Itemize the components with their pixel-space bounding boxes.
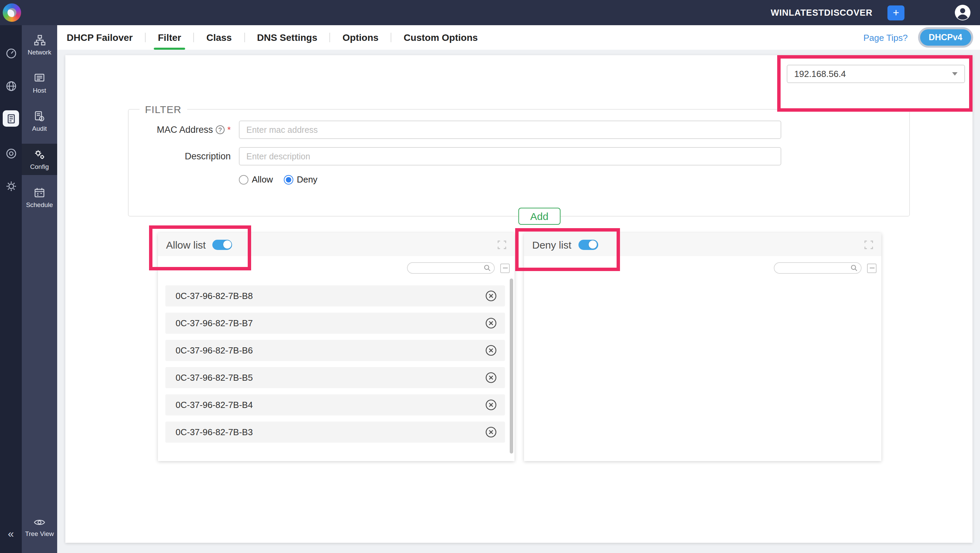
deny-list-search[interactable] xyxy=(774,262,862,274)
sidebar-item-host[interactable]: Host xyxy=(22,67,57,99)
filter-mode-radio-group: Allow Deny xyxy=(239,174,909,185)
allow-list-search-input[interactable] xyxy=(413,264,484,272)
remove-entry-icon[interactable] xyxy=(485,426,497,438)
deny-list-panel: Deny list xyxy=(524,233,881,461)
mac-address-label: MAC Address ? * xyxy=(129,124,231,135)
dashboard-gauge-icon[interactable] xyxy=(5,47,17,59)
globe-dns-icon[interactable] xyxy=(5,80,17,92)
list-item: 0C-37-96-82-7B-B7 xyxy=(165,312,505,334)
required-marker: * xyxy=(227,124,231,135)
brand-logo-icon xyxy=(3,3,21,22)
list-item: 0C-37-96-82-7B-B6 xyxy=(165,340,505,361)
sidebar-item-network[interactable]: Network xyxy=(22,29,57,61)
collapse-sidebar-icon[interactable]: « xyxy=(8,529,14,539)
search-icon xyxy=(484,264,491,272)
account-name: WINLATESTDISCOVER xyxy=(771,8,872,18)
description-label: Description xyxy=(129,151,231,161)
user-avatar[interactable] xyxy=(954,4,971,21)
server-select[interactable]: 192.168.56.4 xyxy=(787,65,965,83)
deny-list-rows xyxy=(524,274,881,285)
allow-list-panel: Allow list xyxy=(158,233,514,461)
filter-fieldset: FILTER MAC Address ? * Description xyxy=(128,104,910,217)
app-window: WINLATESTDISCOVER + xyxy=(0,0,980,553)
main-area: DHCP Failover Filter Class DNS Settings … xyxy=(57,25,980,553)
scrollbar-thumb[interactable] xyxy=(510,279,513,454)
mac-address-value: 0C-37-96-82-7B-B6 xyxy=(176,345,253,355)
deny-list-title: Deny list xyxy=(532,239,571,250)
module-strip: « xyxy=(0,25,22,553)
deny-list-search-input[interactable] xyxy=(780,264,851,272)
tabsbar-right-group: Page Tips? DHCPv4 xyxy=(863,29,980,46)
allow-radio-label: Allow xyxy=(252,174,273,185)
help-icon[interactable]: ? xyxy=(216,125,224,134)
tabs-bar: DHCP Failover Filter Class DNS Settings … xyxy=(57,25,980,50)
filter-page-card: 192.168.56.4 FILTER MAC Address ? * xyxy=(65,55,972,543)
sidebar-item-label: Audit xyxy=(32,124,47,132)
tab-custom-options[interactable]: Custom Options xyxy=(391,25,490,50)
sidebar-item-label: Schedule xyxy=(26,201,53,209)
mac-address-label-text: MAC Address xyxy=(157,124,213,135)
protocol-badge[interactable]: DHCPv4 xyxy=(920,29,971,46)
tab-dhcp-failover[interactable]: DHCP Failover xyxy=(67,25,145,50)
sidebar-item-audit[interactable]: Audit xyxy=(22,105,57,137)
search-icon xyxy=(851,264,858,272)
server-select-value: 192.168.56.4 xyxy=(794,69,846,79)
tab-class[interactable]: Class xyxy=(194,25,244,50)
tab-dns-settings[interactable]: DNS Settings xyxy=(245,25,329,50)
allow-radio[interactable] xyxy=(239,175,248,184)
add-filter-button[interactable]: Add xyxy=(518,208,560,225)
allow-list-title: Allow list xyxy=(166,239,206,250)
remove-entry-icon[interactable] xyxy=(485,399,497,411)
allow-radio-option[interactable]: Allow xyxy=(239,174,273,185)
remove-entry-icon[interactable] xyxy=(485,317,497,329)
allow-list-search[interactable] xyxy=(407,262,495,274)
deny-radio-label: Deny xyxy=(297,174,318,185)
sidebar-item-label: Host xyxy=(33,86,46,94)
list-item: 0C-37-96-82-7B-B4 xyxy=(165,394,505,416)
top-bar: WINLATESTDISCOVER + xyxy=(0,0,980,25)
dhcp-module-icon[interactable] xyxy=(3,110,19,127)
sidebar-item-label: Network xyxy=(27,48,51,56)
description-label-text: Description xyxy=(185,151,231,161)
sidebar-item-schedule[interactable]: Schedule xyxy=(22,182,57,213)
mac-address-value: 0C-37-96-82-7B-B4 xyxy=(176,400,253,410)
mac-address-value: 0C-37-96-82-7B-B7 xyxy=(176,318,253,328)
list-item: 0C-37-96-82-7B-B5 xyxy=(165,367,505,388)
chevron-down-icon xyxy=(952,72,958,76)
description-input[interactable] xyxy=(239,147,781,166)
allow-list-rows: 0C-37-96-82-7B-B8 0C-37-96-82-7B-B7 xyxy=(158,274,514,443)
collapse-rows-icon[interactable] xyxy=(867,263,877,273)
sidebar-item-config[interactable]: Config xyxy=(22,144,57,175)
deny-radio-option[interactable]: Deny xyxy=(284,174,318,185)
filter-legend: FILTER xyxy=(140,104,187,115)
tab-filter[interactable]: Filter xyxy=(146,25,193,50)
content-area: 192.168.56.4 FILTER MAC Address ? * xyxy=(57,50,980,553)
remove-entry-icon[interactable] xyxy=(485,290,497,302)
sidebar: Network Host Audit Config xyxy=(22,25,57,553)
collapse-rows-icon[interactable] xyxy=(500,263,510,273)
deny-radio[interactable] xyxy=(284,175,293,184)
add-button[interactable]: + xyxy=(888,5,904,20)
list-item: 0C-37-96-82-7B-B8 xyxy=(165,285,505,306)
remove-entry-icon[interactable] xyxy=(485,344,497,356)
topbar-right-group: WINLATESTDISCOVER + xyxy=(771,4,971,21)
remove-entry-icon[interactable] xyxy=(485,372,497,383)
expand-icon[interactable] xyxy=(498,240,506,249)
mac-address-value: 0C-37-96-82-7B-B5 xyxy=(176,373,253,383)
page-tips-link[interactable]: Page Tips? xyxy=(863,32,907,43)
tab-options[interactable]: Options xyxy=(331,25,391,50)
mac-address-input[interactable] xyxy=(239,121,781,139)
deny-list-toggle[interactable] xyxy=(578,239,598,250)
allow-list-toggle[interactable] xyxy=(213,239,232,250)
sidebar-item-tree-view[interactable]: Tree View xyxy=(22,512,57,542)
deny-list-tools xyxy=(524,256,881,274)
mac-address-row: MAC Address ? * xyxy=(129,121,909,139)
sidebar-item-label: Tree View xyxy=(25,530,54,537)
expand-icon[interactable] xyxy=(864,240,873,249)
deny-list-header: Deny list xyxy=(524,233,881,256)
monitor-donut-icon[interactable] xyxy=(5,147,17,159)
mac-address-value: 0C-37-96-82-7B-B8 xyxy=(176,291,253,301)
settings-cog-icon[interactable] xyxy=(5,180,17,192)
list-item: 0C-37-96-82-7B-B3 xyxy=(165,422,505,443)
mac-address-value: 0C-37-96-82-7B-B3 xyxy=(176,427,253,437)
